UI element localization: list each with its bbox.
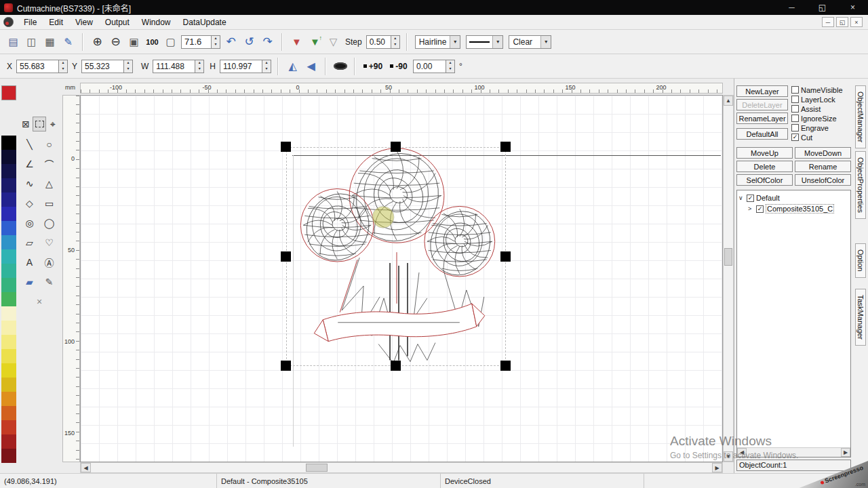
y-value[interactable]: 55.323 xyxy=(81,60,123,73)
scale-value[interactable]: 71.6 xyxy=(181,35,211,49)
scroll-right-icon[interactable]: ▶ xyxy=(712,463,722,472)
checkbox-namevisible[interactable]: NameVisible xyxy=(791,85,851,94)
vertical-scrollbar[interactable]: ▲ ▼ xyxy=(723,95,734,462)
marquee-select-tool[interactable] xyxy=(33,117,46,131)
zoom-out-icon[interactable]: ⊖ xyxy=(106,33,125,51)
color-swatch[interactable] xyxy=(1,406,16,420)
fill-tool[interactable]: ▰ xyxy=(20,272,39,291)
preview-eye-icon[interactable] xyxy=(331,58,349,75)
line-width-combobox[interactable]: Hairline ▾ xyxy=(415,35,461,49)
unsel-of-color-button[interactable]: UnselofColor xyxy=(795,174,851,186)
default-all-button[interactable]: DefaultAll xyxy=(736,128,788,140)
selection-handle[interactable] xyxy=(281,251,291,262)
parallelogram-tool[interactable]: ▱ xyxy=(20,232,39,252)
line-style-combobox[interactable]: ▾ xyxy=(466,35,503,49)
mirror-vertical-icon[interactable]: ◀ xyxy=(302,58,320,75)
color-swatch[interactable] xyxy=(1,150,16,164)
new-layer-button[interactable]: NewLayer xyxy=(736,85,788,97)
tab-objectproperties[interactable]: ObjectProperties xyxy=(855,151,866,219)
scroll-left-icon[interactable]: ◀ xyxy=(737,448,747,457)
close-button[interactable]: × xyxy=(837,3,868,12)
sel-of-color-button[interactable]: SelOfColor xyxy=(736,174,793,186)
paste-icon[interactable]: ◫ xyxy=(22,33,41,51)
chevron-down-icon[interactable]: ▾ xyxy=(540,36,551,48)
outline-funnel-icon[interactable]: ▽ xyxy=(324,33,342,51)
angle-spinner[interactable]: ▴▾ xyxy=(446,60,455,73)
eyedropper-tool[interactable]: ✎ xyxy=(39,272,59,291)
delete-tool[interactable]: × xyxy=(30,291,50,311)
pen-plot-icon[interactable]: ✎ xyxy=(59,33,77,51)
drawing-canvas[interactable] xyxy=(80,95,723,462)
fill-funnel-icon[interactable]: ▼ xyxy=(288,33,306,51)
rectangle-tool[interactable]: ▭ xyxy=(39,193,59,213)
color-swatch[interactable] xyxy=(1,292,16,306)
chevron-down-icon[interactable]: ▾ xyxy=(450,36,460,48)
menu-window[interactable]: Window xyxy=(136,16,177,28)
engrave-funnel-icon[interactable]: ▼↑ xyxy=(306,33,324,51)
selection-handle[interactable] xyxy=(391,142,401,152)
mirror-horizontal-icon[interactable]: ◭ xyxy=(283,58,302,75)
node-edit-tool[interactable]: ⊠ xyxy=(19,117,33,131)
step-value[interactable]: 0.50 xyxy=(366,35,391,49)
zoom-fit-icon[interactable]: ▣ xyxy=(125,33,143,51)
restore-button[interactable]: ◱ xyxy=(807,3,837,12)
line-tool[interactable]: ╲ xyxy=(20,134,39,154)
expander-closed-icon[interactable]: > xyxy=(748,205,756,212)
tree-scrollbar[interactable]: ◀ ▶ xyxy=(737,447,850,457)
import-icon[interactable]: ▤ xyxy=(4,33,22,51)
rotate-plus90-button[interactable]: +90 xyxy=(360,58,386,75)
text-tool[interactable]: A xyxy=(20,252,39,272)
polyline-tool[interactable]: ∠ xyxy=(20,154,39,174)
checkbox-icon[interactable]: ✓ xyxy=(791,134,799,141)
checkbox-layerlock[interactable]: LayerLock xyxy=(791,95,851,104)
step-spinner[interactable]: ▴▾ xyxy=(391,35,400,49)
w-value[interactable]: 111.488 xyxy=(153,60,195,73)
selection-handle[interactable] xyxy=(281,142,291,152)
horizontal-scrollbar[interactable]: ◀ ▶ xyxy=(80,462,723,473)
color-swatch[interactable] xyxy=(1,378,16,392)
y-spinner[interactable]: ▴▾ xyxy=(123,60,133,73)
color-swatch[interactable] xyxy=(1,207,16,221)
tab-option[interactable]: Option xyxy=(855,243,866,277)
move-down-button[interactable]: MoveDown xyxy=(795,147,851,159)
step-field[interactable]: 0.50 ▴▾ xyxy=(366,35,400,49)
h-value[interactable]: 110.997 xyxy=(220,60,262,73)
checkbox-icon[interactable] xyxy=(791,105,799,113)
checkbox-icon[interactable] xyxy=(791,96,799,103)
layer-checkbox[interactable]: ✓ xyxy=(747,195,754,202)
x-field[interactable]: 55.683 ▴▾ xyxy=(16,60,68,73)
w-field[interactable]: 111.488 ▴▾ xyxy=(153,60,204,73)
color-swatch[interactable] xyxy=(1,264,16,278)
selection-handle[interactable] xyxy=(391,361,401,371)
child-minimize-button[interactable]: ─ xyxy=(822,17,834,27)
clear-combobox[interactable]: Clear ▾ xyxy=(509,35,551,49)
angle-field[interactable]: 0.00 ▴▾ xyxy=(413,60,455,73)
color-swatch[interactable] xyxy=(1,449,16,463)
color-swatch[interactable] xyxy=(1,321,16,335)
redo-icon[interactable]: ↷ xyxy=(258,33,277,51)
polygon-tool[interactable]: △ xyxy=(39,174,59,193)
rename-button[interactable]: Rename xyxy=(795,161,851,172)
color-swatch[interactable] xyxy=(1,335,16,349)
checkbox-ignoresize[interactable]: IgnoreSize xyxy=(791,114,851,123)
object-checkbox[interactable]: ✓ xyxy=(756,205,764,213)
y-field[interactable]: 55.323 ▴▾ xyxy=(81,60,133,73)
pick-tool[interactable]: ⌖ xyxy=(46,117,60,131)
angle-value[interactable]: 0.00 xyxy=(413,60,446,73)
color-swatch[interactable] xyxy=(1,306,16,321)
color-swatch[interactable] xyxy=(1,164,16,178)
menu-dataupdate[interactable]: DataUpdate xyxy=(177,16,233,28)
h-spinner[interactable]: ▴▾ xyxy=(262,60,271,73)
diamond-tool[interactable]: ◇ xyxy=(20,193,39,213)
h-field[interactable]: 110.997 ▴▾ xyxy=(220,60,271,73)
zoom-in-icon[interactable]: ⊕ xyxy=(88,33,106,51)
layer-tree[interactable]: ∨ ✓ Default > ✓ Composite35105_C ◀ ▶ xyxy=(736,190,851,458)
tree-item-composite[interactable]: > ✓ Composite35105_C xyxy=(738,203,849,214)
checkbox-engrave[interactable]: Engrave xyxy=(791,123,851,132)
current-color-swatch[interactable] xyxy=(1,85,16,100)
heart-tool[interactable]: ♡ xyxy=(39,232,59,252)
scroll-right-icon[interactable]: ▶ xyxy=(841,448,850,457)
scroll-left-icon[interactable]: ◀ xyxy=(81,463,91,472)
rename-layer-button[interactable]: RenameLayer xyxy=(736,113,788,124)
object-label[interactable]: Composite35105_C xyxy=(766,204,834,214)
